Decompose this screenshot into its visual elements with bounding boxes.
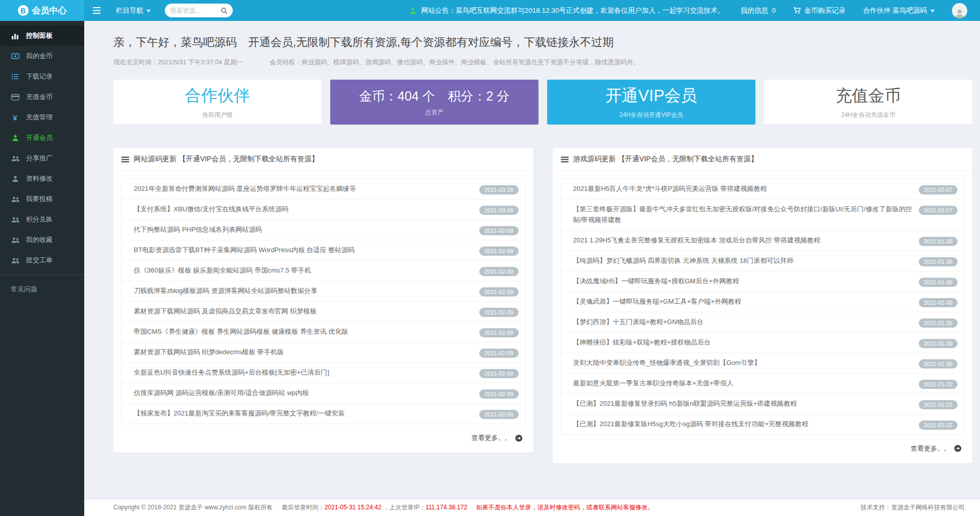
sidebar-item-submit-article[interactable]: 我要投稿 [0,189,84,209]
article-row: 帝国CMS《养生健康》模板 养生网站源码模板 健康模板 养生资讯 优化版2021… [121,322,525,342]
article-link[interactable]: 最新如意火龍第一季复古单职业传奇版本+充值+带假人 [568,378,913,389]
meta-row: 现在北京时间：2021/5/31 下午3:37:04 星期一 会员特权：商业源码… [113,58,972,67]
coin-purchase-history-link[interactable]: 金币购买记录 [793,6,846,15]
article-row: 素材资源下载网站源码 织梦dedecms模板 带手机版2021-02-09 [121,342,525,363]
user-icon [11,134,19,141]
article-date-badge: 2021-01-30 [919,359,958,368]
article-row: 【已测】2021最新修复版H5sg大吃小sg源码 带对接在线支付功能+完整视频教… [561,414,965,434]
sidebar-menu: 控制面板我的金币下载记录充值金币¥充值管理开通会员分享推广资料修改我要投稿积分兑… [0,26,84,271]
users-icon [11,237,19,243]
article-link[interactable]: 【神雕侠侣】炫彩版+双端+教程+授权物品后台 [568,337,913,348]
view-more-label: 查看更多。。 [911,444,950,453]
update-panels: 网站源码更新 【开通VIP会员，无限制下载全站所有资源】2021年全新算命付费测… [113,148,972,463]
sidebar-item-my-coins[interactable]: 我的金币 [0,46,84,66]
view-more-link[interactable]: 查看更多。。 [553,435,973,457]
my-info-label: 我的信息 [741,6,768,15]
article-row: 【梦幻西游】十五门派端+教程+GN物品后台2021-01-30 [561,312,965,333]
article-link[interactable]: 帝国CMS《养生健康》模板 养生网站源码模板 健康模板 养生资讯 优化版 [128,327,473,337]
security-warning-text: 如果不是你本人登录，请及时修改密码，或者联系网站客服修改。 [476,504,654,511]
article-row: 2021最新H5百人牛牛龙*虎*斗棋P源码完美运营版 带搭建视频教程2021-0… [561,179,965,200]
article-date-badge: 2021-01-30 [919,339,958,348]
article-link[interactable]: 仿《360娱乐》模板 娱乐新闻全能站源码 帝国cms7.5 带手机 [128,265,473,276]
sidebar-item-label: 资料修改 [26,174,53,183]
sidebar-item-points-exchange[interactable]: 积分兑换 [0,209,84,230]
article-link[interactable]: 【支付系统】XBU微信/支付宝在线换钱平台系统源码 [128,204,473,215]
open-vip-card[interactable]: 开通VIP会员24H全自动开通VIP会员 [547,80,755,125]
article-date-badge: 2021-01-30 [919,257,958,266]
copyright-text: Copyright © 2018-2021 资源盒子 www.zyhzi.com… [113,504,273,511]
last-login-ip: 111.174.38.172 [426,504,468,511]
yen-icon: ¥ [11,113,19,122]
total-assets-card: 金币：404 个 积分：2 分总资产 [330,80,538,125]
article-link[interactable]: 【已测】2021最新修复登录扫码 h5新版n联盟源码完整运营版+搭建视频教程 [568,399,913,409]
total-assets-card-title: 金币：404 个 积分：2 分 [359,88,510,105]
sidebar-item-my-favorites[interactable]: 我的收藏 [0,230,84,250]
open-vip-card-subtitle: 24H全自动开通VIP会员 [619,111,683,119]
article-link[interactable]: 【已测】2021最新修复版H5sg大吃小sg源码 带对接在线支付功能+完整视频教… [568,419,913,430]
article-link[interactable]: 2021 1.29H5飞禽走兽完整修复无授权无加密版本 游戏后台自带风控 带搭建… [568,235,913,246]
search-icon[interactable] [220,7,228,14]
sidebar-toggle-button[interactable] [84,0,109,21]
article-link[interactable]: 【第三套终极开源版】最新牛气冲天多雷红包无加密无授权版/对接免公众号防封接口/新… [568,204,913,226]
my-info-count-badge: 0 [772,7,776,14]
view-more-link[interactable]: 查看更多。。 [113,424,533,447]
list-icon [11,73,19,80]
list-bars-icon [561,156,569,163]
sidebar-item-profile-edit[interactable]: 资料修改 [0,168,84,189]
sidebar-item-label: 下载记录 [26,72,53,81]
sidebar-item-share-promotion[interactable]: 分享推广 [0,148,84,168]
sidebar-item-recharge-manage[interactable]: ¥充值管理 [0,107,84,128]
sidebar-item-submit-ticket[interactable]: 提交工单 [0,250,84,271]
sidebar-item-dashboard[interactable]: 控制面板 [0,26,84,46]
sidebar-item-download-records[interactable]: 下载记录 [0,66,84,87]
article-link[interactable]: 全新蓝色U抖音快速任务点赞系统源码+后台模板[无加密+已清后门] [128,367,473,378]
article-date-badge: 2021-01-30 [919,298,958,307]
avatar-person-icon [954,8,965,18]
my-info-link[interactable]: 我的信息 0 [741,6,776,15]
recharge-coins-card[interactable]: 充值金币24H全自动充值金币 [764,80,972,125]
article-link[interactable]: 【梦幻西游】十五门派端+教程+GN物品后台 [568,317,913,328]
users-icon [11,216,19,223]
article-list: 2021年全新算命付费测算网站源码 星座运势塔罗牌牛年运程宝宝起名姻缘等2021… [121,179,526,424]
article-link[interactable]: 代下狗整站源码 PHP信息域名列表网站源码 [128,225,473,235]
sidebar-item-recharge-coins[interactable]: 充值金币 [0,87,84,107]
users-icon [11,196,19,203]
app-logo[interactable]: B 会员中心 [0,0,84,21]
article-link[interactable]: 2021最新H5百人牛牛龙*虎*斗棋P源码完美运营版 带搭建视频教程 [568,184,913,194]
sidebar-item-label: 分享推广 [26,154,53,163]
article-link[interactable]: 【独家发布】2021最新淘宝买的来客客服源码/带完整文字教程/一键安装 [128,408,473,419]
chevron-down-icon [930,10,935,12]
article-link[interactable]: 素材资源下载网站源码 织梦dedecms模板 带手机版 [128,347,473,358]
recharge-coins-card-subtitle: 24H全自动充值金币 [841,111,895,119]
article-row: 2021年全新算命付费测算网站源码 星座运势塔罗牌牛年运程宝宝起名姻缘等2021… [121,179,525,200]
article-date-badge: 2021-03-28 [479,185,518,194]
article-link[interactable]: 灵剑大陆中变单职业传奇_怪物爆率透视_全屏切割【Gom引擎】 [568,358,913,368]
avatar[interactable] [952,3,967,18]
article-link[interactable]: 2021年全新算命付费测算网站源码 星座运势塔罗牌牛年运程宝宝起名姻缘等 [128,184,473,194]
sidebar-section-faq: 常见问题 [0,275,84,294]
user-account-dropdown[interactable]: 合作伙伴 菜鸟吧源码 [863,6,935,15]
last-login-time: 2021-05-31 15:24:42 [325,504,381,511]
article-link[interactable]: 刀贱贱博客zblog模板源码 资源博客网站全站源码整站数据分享 [128,286,473,297]
search-input[interactable] [170,7,217,14]
article-link[interactable]: 素材资源下载网站源码 及虚拟商品交易文章发布官网 织梦模板 [128,306,473,317]
article-link[interactable]: 仿搜库源码网 源码运营模板/亲测可用/适合做源码站 wp内核 [128,388,473,399]
nav-category-dropdown[interactable]: 栏目导航 [109,0,158,21]
users-icon [11,155,19,162]
article-row: 【独家发布】2021最新淘宝买的来客客服源码/带完整文字教程/一键安装2021-… [121,404,525,424]
article-link[interactable]: 【灵魂武器】一键即玩服务端+GM工具+客户端+外网教程 [568,297,913,307]
main-content: 亲，下午好，菜鸟吧源码 开通会员,无限制下载所有资源,每个资源都有对应编号，下载… [84,21,980,499]
site-announcement: 网站公告：菜鸟吧互联网交流群与2018.12.30号正式创建，欢迎各位用户加入，… [409,6,724,15]
article-date-badge: 2021-01-22 [919,421,958,430]
article-row: 【决战魔域H5】一键即玩服务端+授权GM后台+外网教程2021-01-30 [561,272,965,292]
sidebar-item-open-membership[interactable]: 开通会员 [0,128,84,148]
article-date-badge: 2021-03-28 [479,206,518,215]
beijing-time-label: 现在北京时间：2021/5/31 下午3:37:04 星期一 [113,58,243,67]
article-link[interactable]: 【决战魔域H5】一键即玩服务端+授权GM后台+外网教程 [568,276,913,287]
article-date-badge: 2021-02-09 [479,369,518,378]
hamburger-icon [92,7,101,14]
article-link[interactable]: 【纯源码】梦幻飞蛾源码 四界面切换 元神系统 天梯系统 18门派都可以拜师 [568,256,913,266]
announcement-text: 网站公告：菜鸟吧互联网交流群与2018.12.30号正式创建，欢迎各位用户加入，… [421,6,724,15]
article-row: 【第三套终极开源版】最新牛气冲天多雷红包无加密无授权版/对接免公众号防封接口/新… [561,200,965,231]
article-link[interactable]: BT电影资源迅雷下载BT种子采集网站源码 WordPress内核 自适应 整站源… [128,245,473,256]
